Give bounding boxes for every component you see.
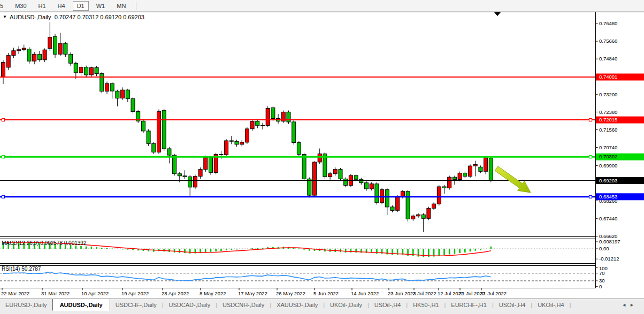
- date-label: 26 May 2022: [276, 290, 305, 296]
- tab-usoil-h4[interactable]: USOil-,H4: [369, 300, 407, 310]
- hline-handle[interactable]: [2, 195, 5, 198]
- tab-eurusd-daily[interactable]: EURUSD-,Daily: [0, 300, 52, 310]
- candle: [297, 143, 301, 155]
- svg-text:30: 30: [599, 278, 605, 284]
- tab-usoil-h4[interactable]: USOil-,H4: [494, 300, 531, 310]
- candle: [188, 177, 192, 187]
- date-label: 22 Mar 2022: [1, 290, 29, 296]
- timeframe-button-w1[interactable]: W1: [92, 1, 110, 11]
- candle: [437, 187, 441, 204]
- candle: [116, 91, 119, 98]
- date-label: 28 Apr 2022: [162, 290, 189, 296]
- candle: [12, 51, 16, 56]
- candle: [64, 43, 67, 54]
- candle: [240, 142, 244, 144]
- price-badge: 0.68453: [599, 194, 617, 200]
- candle: [442, 187, 446, 188]
- hline-handle[interactable]: [2, 156, 5, 158]
- candle: [209, 157, 213, 172]
- price-tick-label: 0.71560: [599, 127, 617, 133]
- candle: [33, 54, 36, 61]
- svg-text:-0.01212: -0.01212: [599, 256, 619, 262]
- candle: [2, 63, 5, 77]
- scroll-tabs-left-icon[interactable]: ◄: [622, 302, 630, 308]
- candle: [365, 183, 369, 189]
- candle: [141, 121, 145, 131]
- candle: [48, 37, 52, 48]
- price-tick-label: 0.69900: [599, 163, 617, 169]
- candle: [193, 177, 197, 187]
- tab-xauusd-daily[interactable]: XAUUSD-,Daily: [271, 300, 323, 310]
- candle: [287, 112, 290, 122]
- timeframe-button-h4[interactable]: H4: [53, 1, 70, 11]
- candle: [432, 204, 436, 208]
- candle: [131, 98, 135, 111]
- tab-usdcad-daily[interactable]: USDCAD-,Daily: [164, 300, 216, 310]
- date-label: 8 May 2022: [200, 290, 226, 296]
- candle: [126, 90, 129, 98]
- candle: [484, 158, 488, 171]
- candle: [173, 155, 177, 174]
- hline-handle[interactable]: [589, 156, 592, 158]
- candle: [85, 67, 88, 75]
- candle: [225, 141, 228, 155]
- chart-canvas[interactable]: [0, 12, 595, 237]
- svg-text:70: 70: [599, 270, 605, 276]
- candle: [458, 173, 462, 180]
- chart-area[interactable]: 0.764800.756600.748400.732000.723800.715…: [0, 12, 644, 298]
- price-badge: 0.70302: [599, 154, 617, 159]
- candle: [479, 167, 482, 171]
- timeframe-button-d1[interactable]: D1: [73, 1, 89, 11]
- tab-audusd-daily[interactable]: AUDUSD-,Daily: [52, 298, 110, 311]
- candle: [390, 207, 394, 211]
- price-tick-label: 0.73200: [599, 91, 617, 97]
- tab-eurchf-h1[interactable]: EURCHF-,H1: [446, 300, 492, 310]
- candle: [417, 215, 420, 216]
- hline-handle[interactable]: [589, 119, 592, 121]
- svg-text:0.00: 0.00: [599, 246, 609, 251]
- chart-symbol-label: AUDUSD-,Daily: [10, 14, 51, 20]
- candle: [427, 208, 431, 218]
- candle: [333, 170, 337, 174]
- candle: [89, 67, 93, 75]
- toolbar-separator: [136, 2, 136, 10]
- candle: [43, 50, 47, 60]
- candle: [302, 155, 306, 179]
- price-tick-label: 0.72380: [599, 109, 617, 115]
- hline-handle[interactable]: [2, 119, 5, 121]
- price-badge: 0.74001: [599, 74, 617, 80]
- svg-text:0.008197: 0.008197: [599, 239, 620, 244]
- candle: [256, 121, 259, 126]
- timeframe-button-h1[interactable]: H1: [34, 1, 50, 11]
- candle: [69, 54, 73, 63]
- candle: [100, 74, 104, 91]
- date-label: 23 Jun 2022: [388, 290, 416, 296]
- candle: [370, 184, 373, 189]
- tab-ukoil-daily[interactable]: UKOil-,Daily: [325, 300, 367, 310]
- candle: [157, 111, 161, 152]
- candle: [292, 122, 296, 143]
- price-badge: 0.72015: [599, 117, 617, 122]
- candle: [167, 149, 171, 155]
- date-label: 10 Apr 2022: [81, 290, 109, 296]
- timeframe-button-5[interactable]: 5: [0, 1, 7, 11]
- candle: [489, 158, 493, 180]
- candle: [204, 157, 208, 170]
- candle: [74, 63, 78, 73]
- tab-usdchf-daily[interactable]: USDCHF-,Daily: [110, 300, 162, 310]
- hline-handle[interactable]: [589, 195, 592, 198]
- timeframe-button-mn[interactable]: MN: [112, 1, 130, 11]
- tab-separator: |: [570, 300, 571, 308]
- candle: [17, 50, 21, 51]
- tab-hk50-h1[interactable]: HK50-,H1: [408, 300, 444, 310]
- price-tick-label: 0.70740: [599, 144, 617, 150]
- candle: [6, 56, 10, 67]
- scroll-tabs-right-icon[interactable]: ►: [630, 302, 638, 308]
- candle: [463, 173, 467, 177]
- candle: [448, 177, 451, 188]
- tab-usdcnh-daily[interactable]: USDCNH-,Daily: [217, 300, 270, 310]
- candle: [313, 162, 317, 195]
- candle: [105, 83, 109, 91]
- timeframe-button-m30[interactable]: M30: [11, 1, 30, 11]
- tab-ukoil-h4[interactable]: UKOil-,H4: [532, 300, 570, 310]
